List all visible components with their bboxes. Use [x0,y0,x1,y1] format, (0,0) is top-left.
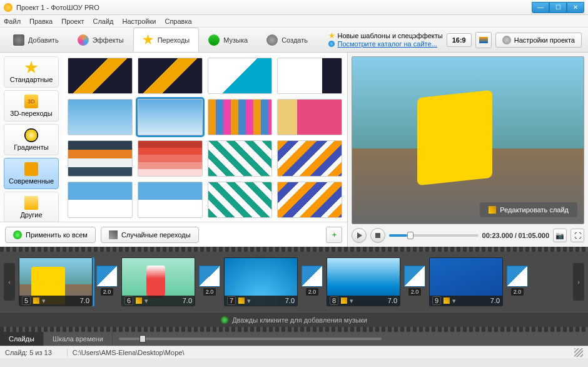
music-track[interactable]: Дважды кликните для добавления музыки [0,312,588,327]
pencil-icon[interactable] [444,297,450,304]
transition-thumb[interactable] [138,58,203,94]
edit-slide-button[interactable]: Редактировать слайд [480,202,577,217]
transition-duration: 2.0 [511,288,524,296]
transition-thumb[interactable] [277,140,342,177]
preview-area[interactable]: Редактировать слайд [352,56,584,224]
snapshot-button[interactable]: 📷 [553,229,567,242]
slide-group: 8▾7.02.0 [327,257,427,306]
slide-thumb[interactable]: 5▾7.0 [19,257,93,306]
plus-icon: ＋ [331,230,338,239]
slide-bar: 6▾7.0 [122,296,195,306]
slide-menu-dropdown[interactable]: ▾ [350,297,353,305]
zoom-slider[interactable] [119,332,382,346]
fullscreen-button[interactable]: ⛶ [570,229,584,242]
tab-create[interactable]: Создать [257,28,317,52]
tab-effects[interactable]: Эффекты [68,28,133,52]
transitions-actions: Применить ко всем Случайные переходы ＋ [0,222,347,247]
pencil-icon[interactable] [136,297,142,304]
view-tab-timeline[interactable]: Шкала времени [44,332,113,346]
stop-icon [375,233,380,238]
slide-bar: 7▾7.0 [225,296,297,306]
menu-settings[interactable]: Настройки [123,18,156,25]
play-button[interactable] [352,228,367,243]
slide-menu-dropdown[interactable]: ▾ [42,297,46,305]
transition-tile[interactable] [507,266,528,287]
slide-thumb[interactable]: 8▾7.0 [327,257,400,306]
transition-thumb[interactable] [208,58,273,94]
slide-menu-dropdown[interactable]: ▾ [144,297,148,305]
category-standard[interactable]: Стандартные [4,56,59,88]
transition-tile[interactable] [199,266,220,287]
slide-thumb[interactable]: 7▾7.0 [224,257,298,306]
random-transitions-button[interactable]: Случайные переходы [101,227,199,243]
category-label: 3D-переходы [10,110,52,117]
category-gradients[interactable]: Градиенты [4,124,59,155]
tab-transitions[interactable]: Переходы [133,28,200,52]
category-modern[interactable]: Современные [4,158,59,189]
palette-icon [78,34,89,46]
transition-thumb[interactable] [68,140,133,177]
transition-thumb[interactable] [138,140,203,177]
transition-thumb[interactable] [68,182,133,218]
right-pane: Редактировать слайд 00:23.000 / 01:05.00… [348,53,588,247]
transition-tile[interactable] [96,266,118,287]
slide-number: 6 [124,296,133,305]
scroll-left-button[interactable]: ‹ [4,263,15,301]
scroll-right-button[interactable]: › [573,263,584,301]
titlebar: Проект 1 - ФотоШОУ PRO — ☐ ✕ [0,0,588,15]
tab-add[interactable]: Добавить [4,28,68,52]
maximize-button[interactable]: ☐ [549,2,567,13]
random-label: Случайные переходы [121,231,191,239]
menu-help[interactable]: Справка [165,18,191,25]
timecode: 00:23.000 / 01:05.000 [482,232,549,239]
pencil-icon[interactable] [33,297,39,304]
slide-number: 7 [227,296,236,305]
slide-thumb[interactable]: 6▾7.0 [121,257,195,306]
menu-slide[interactable]: Слайд [93,18,113,25]
view-tab-slides[interactable]: Слайды [0,332,44,346]
sun-landscape-icon [479,37,488,43]
slides-row: 5▾7.02.06▾7.02.07▾7.02.08▾7.02.09▾7.02.0 [19,257,569,306]
slide-menu-dropdown[interactable]: ▾ [247,297,251,305]
seek-slider[interactable] [389,234,479,237]
slide-thumb[interactable]: 9▾7.0 [429,257,503,306]
apply-all-button[interactable]: Применить ко всем [5,227,96,243]
resize-grip[interactable] [574,348,583,357]
add-transition-button[interactable]: ＋ [326,227,342,243]
transition-tile[interactable] [404,266,425,287]
pencil-icon[interactable] [341,297,347,304]
transition-thumb[interactable] [138,99,203,135]
promo-link[interactable]: Посмотрите каталог на сайте... [337,40,437,48]
stop-button[interactable] [370,228,385,243]
category-label: Современные [9,177,54,185]
transition-thumb[interactable] [208,182,273,218]
transition-thumb[interactable] [208,99,273,135]
background-button[interactable] [475,32,492,48]
minimize-button[interactable]: — [532,2,549,13]
menu-file[interactable]: Файл [4,18,21,25]
slide-number: 5 [22,296,31,305]
transition-thumb[interactable] [138,182,203,218]
slide-group: 5▾7.02.0 [19,257,119,306]
statusbar: Слайд: 5 из 13 C:\Users\AMS-Elena\Deskto… [0,346,588,358]
seek-handle[interactable] [407,232,413,239]
transition-thumb[interactable] [208,140,273,177]
transition-thumb[interactable] [277,58,342,94]
aspect-ratio-button[interactable]: 16:9 [447,33,472,47]
menu-project[interactable]: Проект [61,18,84,25]
zoom-handle[interactable] [139,335,146,343]
transition-tile[interactable] [302,266,323,287]
transition-thumb[interactable] [68,99,133,135]
slide-group: 7▾7.02.0 [224,257,324,306]
transition-thumb[interactable] [277,99,342,135]
close-button[interactable]: ✕ [567,2,584,13]
category-other[interactable]: Другие [4,192,59,222]
transition-thumb[interactable] [277,182,342,218]
tab-music[interactable]: Музыка [199,28,257,52]
transition-thumb[interactable] [68,58,133,94]
category-3d[interactable]: 3D 3D-переходы [4,90,59,121]
menu-edit[interactable]: Правка [29,18,53,25]
pencil-icon[interactable] [238,297,245,304]
project-settings-button[interactable]: Настройки проекта [495,33,582,48]
slide-menu-dropdown[interactable]: ▾ [452,297,456,305]
